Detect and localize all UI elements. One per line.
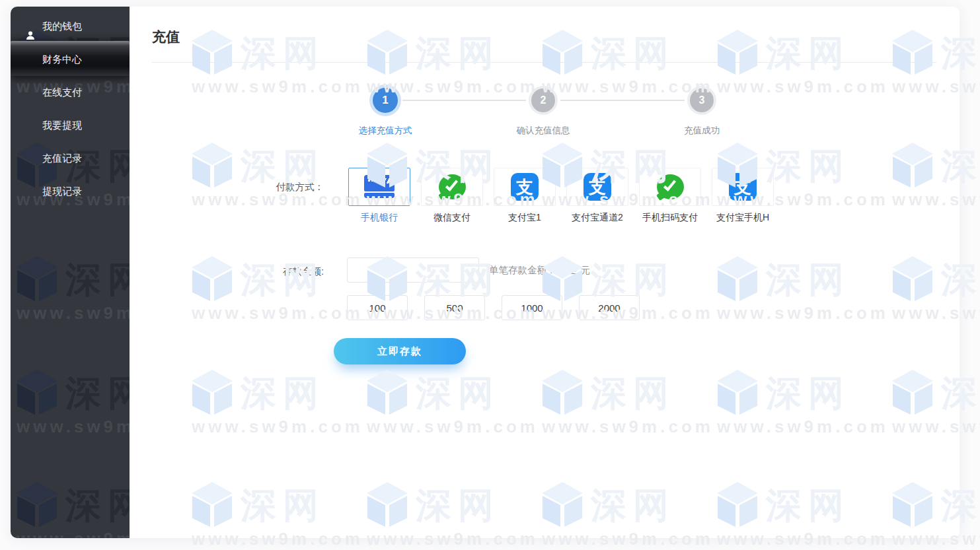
payment-method-box	[639, 168, 701, 206]
watermark-brand-text: 深网	[65, 370, 130, 416]
step-label-2: 确认充值信息	[490, 125, 596, 137]
logo-top-face	[17, 370, 57, 392]
quick-amount-500[interactable]: 500	[424, 295, 485, 320]
sidebar-item-label: 财务中心	[42, 53, 82, 65]
title-divider	[152, 62, 936, 63]
deposit-amount-hint: 单笔存款金额！元 至 元	[489, 264, 590, 277]
watermark-url-text: www.sw9m.com	[17, 303, 130, 324]
sidebar-item-label: 我要提现	[42, 120, 82, 131]
wechat-checkmark	[663, 178, 675, 191]
logo-left-face	[17, 270, 35, 301]
sidebar-item-3[interactable]: 在线支付	[11, 76, 130, 109]
payment-method-box	[348, 168, 410, 206]
payment-method-box	[421, 168, 483, 206]
sidebar-item-6[interactable]: 提现记录	[11, 175, 130, 208]
payment-method-name: 支付宝通道2	[561, 212, 634, 224]
sidebar-item-5[interactable]: 充值记录	[11, 142, 130, 175]
sidebar-item-label: 我的钱包	[42, 20, 82, 32]
payment-method-name: 手机银行	[343, 212, 416, 224]
payment-method-name: 支付宝1	[488, 212, 561, 224]
step-circle-3: 3	[690, 88, 714, 112]
bank-card-icon	[364, 175, 395, 199]
watermark-brand-text: 深网	[65, 482, 130, 528]
watermark-tile: 深网www.sw9m.com	[17, 256, 130, 324]
deposit-amount-label: 存款金额:	[251, 265, 324, 278]
alipay-icon: 支	[511, 173, 539, 201]
step-label-1: 选择充值方式	[332, 125, 438, 137]
payment-method-4[interactable]: 支支付宝通道2	[561, 168, 634, 224]
payment-method-box: 支	[712, 168, 774, 206]
logo-left-face	[17, 496, 35, 527]
payment-method-2[interactable]: 微信支付	[416, 168, 488, 224]
sidebar-item-1[interactable]: 我的钱包	[11, 10, 130, 43]
quick-amount-1000[interactable]: 1000	[502, 295, 562, 320]
sidebar-item-label: 提现记录	[42, 186, 82, 197]
logo-right-face	[39, 384, 57, 415]
step-label-3: 充值成功	[649, 125, 755, 137]
main-content: 充值 1选择充值方式2确认充值信息3充值成功 付款方式： 手机银行微信支付支支付…	[130, 7, 960, 538]
payment-method-5[interactable]: 手机扫码支付	[634, 168, 706, 224]
logo-right-face	[39, 270, 57, 301]
brand-logo-icon	[17, 482, 57, 528]
payment-method-name: 手机扫码支付	[634, 212, 706, 224]
wallet-card: 深网www.sw9m.com深网www.sw9m.com深网www.sw9m.c…	[11, 7, 960, 538]
sidebar-item-4[interactable]: 我要提现	[11, 109, 130, 142]
deposit-amount-input[interactable]	[347, 258, 479, 283]
watermark-tile: 深网www.sw9m.com	[17, 370, 130, 437]
page-title: 充值	[152, 28, 180, 46]
logo-left-face	[17, 384, 35, 415]
quick-amount-2000[interactable]: 2000	[579, 295, 640, 320]
payment-method-1[interactable]: 手机银行	[343, 168, 416, 224]
payment-method-box: 支	[566, 168, 628, 206]
payment-method-3[interactable]: 支支付宝1	[488, 168, 561, 224]
payment-method-6[interactable]: 支支付宝手机H	[706, 168, 779, 224]
brand-logo-icon	[17, 370, 57, 416]
payment-method-name: 微信支付	[416, 212, 488, 224]
step-connector-1	[402, 100, 526, 101]
bank-card-top	[364, 175, 395, 191]
sidebar-item-label: 在线支付	[42, 86, 82, 98]
watermark-url-text: www.sw9m.com	[17, 529, 130, 538]
bank-card-stripes	[380, 178, 391, 184]
payment-method-label: 付款方式：	[251, 181, 324, 193]
logo-right-face	[39, 496, 57, 527]
alipay-icon: 支	[729, 173, 757, 201]
step-circle-1: 1	[373, 88, 398, 113]
alipay-icon: 支	[584, 173, 611, 201]
deposit-now-button[interactable]: 立即存款	[334, 338, 466, 364]
payment-method-box: 支	[494, 168, 556, 206]
bank-card-dots	[368, 180, 377, 182]
watermark-tile: 深网www.sw9m.com	[17, 482, 130, 538]
quick-amount-100[interactable]: 100	[347, 295, 408, 320]
watermark-brand-text: 深网	[65, 256, 130, 302]
wechat-icon	[657, 174, 684, 199]
brand-logo-icon	[17, 256, 57, 302]
payment-method-name: 支付宝手机H	[706, 212, 779, 224]
watermark-url-text: www.sw9m.com	[17, 417, 130, 437]
bank-card-bottom	[364, 193, 395, 198]
wechat-icon	[439, 174, 466, 199]
logo-top-face	[17, 256, 57, 279]
watermark-row: 深网	[17, 482, 130, 528]
step-connector-2	[560, 100, 685, 101]
watermark-row: 深网	[17, 256, 130, 302]
step-circle-2: 2	[531, 88, 555, 112]
sidebar-item-label: 充值记录	[42, 153, 82, 164]
sidebar-item-2[interactable]: 财务中心	[11, 43, 130, 76]
sidebar: 深网www.sw9m.com深网www.sw9m.com深网www.sw9m.c…	[11, 7, 130, 538]
wechat-checkmark	[445, 178, 457, 191]
logo-top-face	[17, 482, 57, 504]
watermark-row: 深网	[17, 370, 130, 416]
sidebar-nav: 我的钱包财务中心在线支付我要提现充值记录提现记录	[11, 10, 130, 208]
